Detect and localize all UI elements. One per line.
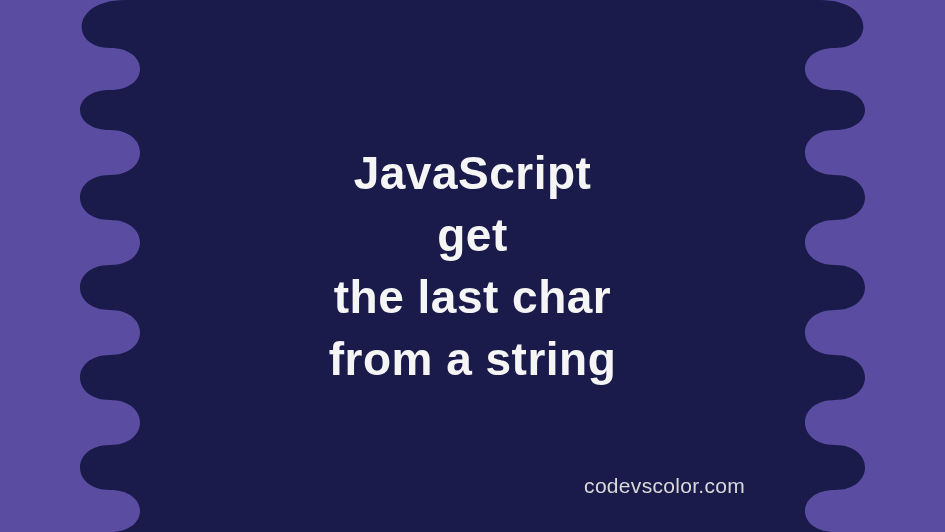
title-line-2: get [329,204,617,266]
decorative-blob-right [725,0,945,532]
banner-title: JavaScript get the last char from a stri… [329,142,617,390]
watermark-text: codevscolor.com [584,474,745,498]
title-line-3: the last char [329,266,617,328]
banner-canvas: JavaScript get the last char from a stri… [0,0,945,532]
title-line-1: JavaScript [329,142,617,204]
title-container: JavaScript get the last char from a stri… [329,142,617,390]
decorative-blob-left [0,0,220,532]
title-line-4: from a string [329,328,617,390]
